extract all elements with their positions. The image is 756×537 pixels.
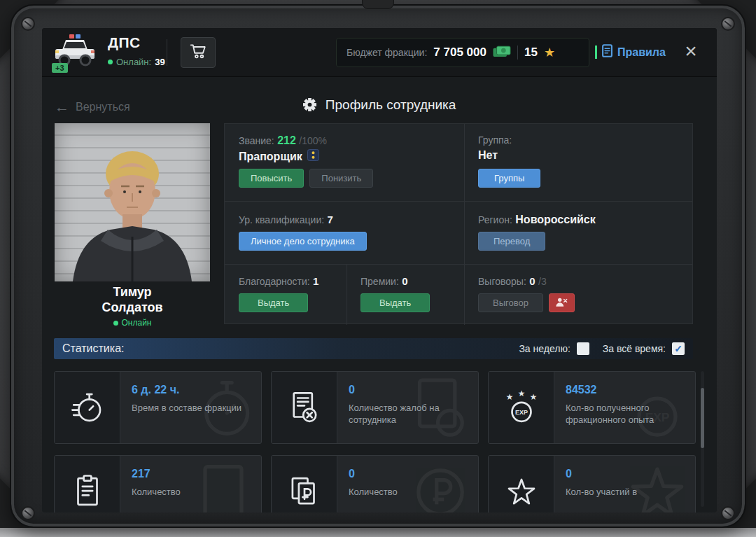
svg-text:EXP: EXP: [514, 409, 527, 416]
demote-button[interactable]: Понизить: [309, 169, 373, 188]
complaints-icon: [272, 372, 337, 443]
region-label: Регион:: [478, 214, 512, 225]
thanks-value: 1: [313, 275, 318, 287]
qualification-label: Ур. квалификации:: [239, 214, 324, 225]
back-button[interactable]: ← Вернуться: [55, 99, 130, 114]
fire-employee-button[interactable]: [549, 293, 575, 312]
alltime-filter-label: За всё время:: [603, 343, 666, 354]
week-filter-label: За неделю:: [519, 343, 570, 354]
reprimand-value: 0: [529, 275, 535, 287]
star-outline-icon: [489, 456, 554, 512]
scrollbar-track[interactable]: [701, 371, 704, 507]
give-bonus-button[interactable]: Выдать: [360, 293, 430, 312]
screw-icon: [21, 17, 35, 31]
panel-divider: [225, 264, 692, 265]
budget-label: Бюджет фракции:: [346, 47, 427, 58]
shop-cart-button[interactable]: [181, 37, 216, 68]
ruble-documents-icon: [272, 456, 337, 512]
online-dot-icon: [108, 60, 113, 64]
promote-button[interactable]: Повысить: [239, 169, 304, 188]
alltime-checkbox[interactable]: ✓: [672, 342, 685, 355]
screw-icon: [721, 17, 735, 31]
group-value: Нет: [478, 149, 498, 162]
clipboard-icon: [55, 456, 120, 512]
rank-name: Прапорщик: [239, 151, 302, 163]
give-thanks-button[interactable]: Выдать: [239, 293, 308, 312]
stat-value: 217: [132, 468, 181, 480]
back-arrow-icon: ←: [55, 99, 69, 114]
reprimand-label: Выговоры:: [478, 276, 526, 287]
stat-label: Время в составе фракции: [132, 403, 241, 414]
money-icon: [493, 46, 511, 60]
budget-value: 7 705 000: [433, 46, 486, 60]
stat-label: Количество: [132, 487, 181, 498]
person-remove-icon: [555, 297, 568, 309]
statistics-grid: 6 д. 22 ч. Время в составе фракции 0 Кол…: [54, 371, 696, 512]
transfer-button[interactable]: Перевод: [478, 232, 545, 251]
police-car-icon: +3: [52, 34, 98, 71]
statistics-filters: За неделю: За всё время: ✓: [519, 342, 685, 355]
budget-separator: [517, 46, 518, 60]
employee-name: Тимур Солдатов: [55, 284, 210, 315]
panel-divider: [225, 201, 692, 202]
stat-value: 6 д. 22 ч.: [132, 384, 241, 396]
stat-value: 84532: [566, 384, 678, 396]
stat-card-salary: 0 Количество: [271, 455, 479, 512]
online-count: 39: [155, 57, 164, 67]
stat-label: Количество жалоб на сотрудника: [349, 403, 461, 426]
screen: +3 ДПС Онлайн: 39 Бюджет фракции: 7 705 …: [42, 28, 717, 512]
rank-insignia-icon: [307, 149, 319, 164]
employee-first-name: Тимур: [55, 284, 210, 300]
rank-points: 212: [277, 134, 296, 146]
stat-value: 0: [566, 468, 637, 480]
stat-label: Кол-во участий в: [566, 487, 637, 498]
close-button[interactable]: ×: [678, 37, 704, 65]
stat-card-faction-time: 6 д. 22 ч. Время в составе фракции: [54, 371, 262, 444]
stat-card-tasks: 217 Количество: [54, 455, 262, 512]
tablet-frame: +3 ДПС Онлайн: 39 Бюджет фракции: 7 705 …: [10, 4, 746, 528]
region-value: Новороссийск: [515, 214, 595, 225]
new-members-badge: +3: [52, 63, 68, 73]
gear-icon: [303, 99, 320, 114]
statistics-title: Статистика:: [62, 342, 124, 355]
svg-text:★: ★: [517, 389, 524, 398]
qualification-value: 7: [328, 214, 333, 225]
employee-online-status: Онлайн: [55, 318, 210, 328]
check-icon: ✓: [674, 343, 682, 354]
panel-divider: [346, 264, 347, 325]
svg-text:★: ★: [529, 392, 536, 401]
scrollbar-thumb[interactable]: [701, 388, 704, 448]
online-label: Онлайн:: [116, 57, 151, 67]
star-icon: ★: [544, 46, 555, 59]
online-status-row: Онлайн: 39: [108, 57, 165, 67]
stat-label: Кол-во полученного фракционного опыта: [566, 403, 678, 426]
rank-percent: /100%: [299, 135, 327, 146]
page-title-label: Профиль сотрудника: [326, 97, 456, 112]
rules-accent-bar: [595, 46, 597, 59]
cart-icon: [189, 42, 207, 63]
stat-label: Количество: [349, 487, 398, 498]
frame-notch: [362, 0, 394, 9]
bonus-label: Премии:: [360, 276, 399, 287]
thanks-label: Благодарности:: [239, 276, 310, 287]
group-label: Группа:: [478, 134, 512, 146]
rules-document-icon: [602, 44, 612, 60]
personal-file-button[interactable]: Личное дело сотрудника: [239, 232, 367, 251]
reprimand-max: /3: [538, 276, 547, 287]
week-checkbox[interactable]: [577, 342, 589, 355]
svg-text:★: ★: [505, 392, 512, 401]
screw-icon: [721, 506, 735, 520]
header-divider: [167, 39, 167, 66]
bonus-value: 0: [402, 275, 407, 287]
screw-icon: [21, 506, 35, 520]
employee-online-label: Онлайн: [122, 318, 152, 328]
rules-label: Правила: [617, 46, 666, 59]
rank-label: Звание:: [239, 135, 274, 146]
groups-button[interactable]: Группы: [478, 169, 540, 188]
exp-icon: EXP★★★: [489, 372, 554, 443]
stopwatch-icon: [55, 372, 120, 443]
ruble-watermark-icon: [404, 456, 477, 512]
rules-button[interactable]: Правила: [595, 44, 666, 60]
stat-card-events: 0 Кол-во участий в: [488, 455, 696, 512]
reprimand-button[interactable]: Выговор: [478, 293, 543, 312]
